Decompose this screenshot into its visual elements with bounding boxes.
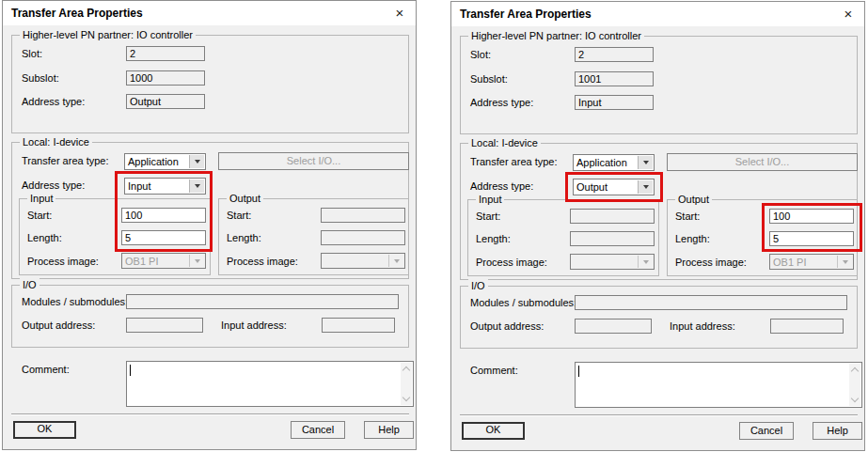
- local-address-type-value: Output: [576, 181, 608, 193]
- input-process-image-select: [570, 254, 655, 270]
- select-io-button: Select I/O...: [218, 152, 409, 170]
- output-address-label: Output address:: [470, 320, 544, 333]
- partner-address-type-label: Address type:: [470, 97, 533, 109]
- comment-scrollbar[interactable]: [401, 363, 412, 405]
- transfer-area-type-value: Application: [576, 157, 627, 168]
- comment-scrollbar[interactable]: [849, 364, 860, 406]
- titlebar[interactable]: Transfer Area Properties ×: [451, 2, 864, 26]
- modules-submodules-field: [575, 295, 847, 310]
- input-start-field[interactable]: 100: [121, 208, 206, 223]
- close-icon[interactable]: ×: [388, 4, 411, 23]
- partner-address-type-field: Input: [575, 95, 654, 110]
- input-start-label: Start:: [27, 210, 52, 222]
- scroll-down-icon[interactable]: [851, 395, 859, 402]
- output-process-image-value: OB1 PI: [773, 257, 806, 268]
- output-process-image-label: Process image:: [675, 257, 747, 269]
- scroll-up-icon[interactable]: [402, 366, 410, 374]
- modules-submodules-field: [126, 294, 399, 309]
- group-label: Input: [27, 192, 55, 205]
- chevron-down-icon: [189, 255, 204, 267]
- comment-label: Comment:: [470, 365, 518, 377]
- slot-label: Slot:: [470, 49, 491, 61]
- input-length-label: Length:: [27, 232, 62, 244]
- partner-address-type-label: Address type:: [22, 96, 85, 108]
- input-process-image-label: Process image:: [27, 256, 99, 268]
- input-length-label: Length:: [476, 233, 511, 245]
- group-higher-level-pn-partner: Higher-level PN partner: IO controller: [460, 36, 858, 134]
- chevron-down-icon[interactable]: [638, 180, 653, 194]
- transfer-area-type-select[interactable]: Application: [573, 154, 655, 171]
- scroll-down-icon[interactable]: [402, 394, 410, 401]
- modules-submodules-label: Modules / submodules:: [22, 296, 128, 308]
- ok-button[interactable]: OK: [13, 421, 76, 439]
- separator: [11, 413, 409, 415]
- close-icon[interactable]: ×: [837, 5, 860, 23]
- group-label: Local: I-device: [468, 136, 541, 149]
- comment-label: Comment:: [22, 364, 70, 376]
- titlebar[interactable]: Transfer Area Properties ×: [3, 1, 416, 25]
- comment-textarea[interactable]: [575, 362, 862, 408]
- transfer-area-type-value: Application: [128, 156, 179, 167]
- group-label: I/O: [468, 279, 488, 292]
- local-address-type-select[interactable]: Input: [124, 178, 206, 195]
- local-address-type-label: Address type:: [22, 179, 85, 192]
- group-label: I/O: [20, 278, 39, 291]
- input-length-field[interactable]: 5: [121, 230, 206, 245]
- chevron-down-icon: [837, 256, 852, 268]
- scroll-up-icon[interactable]: [851, 367, 859, 375]
- partner-address-type-field: Output: [126, 94, 205, 109]
- dialog-title: Transfer Area Properties: [460, 2, 592, 26]
- group-label: Local: I-device: [20, 135, 92, 148]
- input-start-field: [570, 209, 655, 224]
- output-length-label: Length:: [675, 233, 710, 245]
- output-process-image-select: OB1 PI: [769, 254, 854, 270]
- transfer-area-type-select[interactable]: Application: [124, 153, 206, 170]
- local-address-type-select[interactable]: Output: [573, 179, 655, 195]
- group-label: Higher-level PN partner: IO controller: [20, 28, 196, 41]
- output-address-field: [126, 318, 203, 333]
- ok-button[interactable]: OK: [462, 422, 525, 440]
- input-address-field: [770, 319, 844, 334]
- local-address-type-value: Input: [128, 180, 150, 192]
- cancel-button[interactable]: Cancel: [739, 422, 794, 440]
- input-process-image-select: OB1 PI: [121, 253, 206, 269]
- transfer-area-properties-dialog-right: Transfer Area Properties × Higher-level …: [450, 1, 865, 451]
- chevron-down-icon: [388, 255, 403, 267]
- output-start-field: [321, 208, 405, 223]
- output-length-field[interactable]: 5: [769, 231, 854, 246]
- group-label: Output: [675, 193, 712, 206]
- cancel-button[interactable]: Cancel: [291, 421, 345, 439]
- text-caret: [578, 366, 579, 377]
- transfer-area-type-label: Transfer area type:: [470, 156, 558, 168]
- chevron-down-icon[interactable]: [638, 156, 653, 169]
- group-label: Output: [227, 192, 263, 205]
- output-start-label: Start:: [675, 210, 700, 223]
- screenshot-canvas: Transfer Area Properties × Higher-level …: [0, 0, 868, 452]
- comment-textarea[interactable]: [126, 361, 414, 407]
- output-process-image-label: Process image:: [227, 256, 298, 268]
- subslot-label: Subslot:: [22, 72, 59, 85]
- slot-field: 2: [126, 46, 205, 61]
- output-start-field[interactable]: 100: [769, 209, 854, 224]
- input-address-label: Input address:: [670, 320, 735, 333]
- slot-label: Slot:: [22, 48, 42, 60]
- group-label: Input: [476, 193, 504, 206]
- subslot-label: Subslot:: [470, 73, 508, 86]
- output-process-image-select: [321, 253, 405, 269]
- output-length-field: [321, 230, 405, 245]
- output-length-label: Length:: [227, 232, 261, 244]
- group-higher-level-pn-partner: Higher-level PN partner: IO controller: [11, 35, 409, 133]
- input-start-label: Start:: [476, 210, 500, 223]
- chevron-down-icon: [638, 256, 653, 268]
- subslot-field: 1000: [126, 70, 205, 86]
- chevron-down-icon[interactable]: [189, 155, 204, 168]
- output-address-label: Output address:: [22, 320, 95, 332]
- help-button[interactable]: Help: [364, 421, 414, 439]
- help-button[interactable]: Help: [813, 422, 862, 440]
- separator: [460, 414, 858, 416]
- modules-submodules-label: Modules / submodules:: [470, 297, 576, 309]
- chevron-down-icon[interactable]: [189, 179, 204, 193]
- transfer-area-properties-dialog-left: Transfer Area Properties × Higher-level …: [2, 0, 417, 450]
- input-address-label: Input address:: [221, 320, 287, 332]
- text-caret: [130, 365, 131, 376]
